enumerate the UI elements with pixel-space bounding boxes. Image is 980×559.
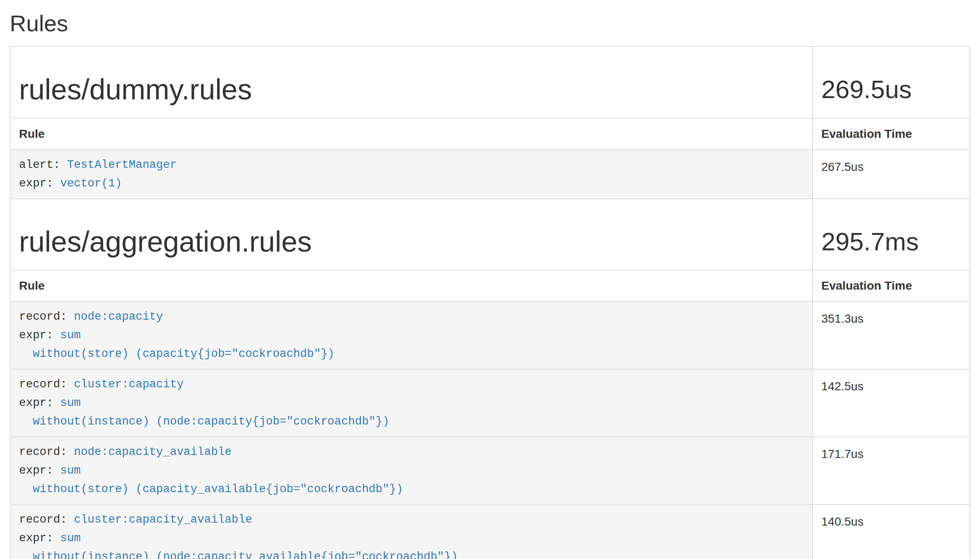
rule-row: record: cluster:capacity expr: sum witho…: [10, 369, 970, 437]
rule-cell: alert: TestAlertManager expr: vector(1): [10, 150, 812, 199]
rule-name-link[interactable]: node:capacity: [74, 310, 163, 323]
rule-eval-time: 267.5us: [812, 150, 970, 199]
rule-eval-time: 351.3us: [812, 301, 970, 369]
rule-keyword: alert:: [19, 159, 67, 171]
rule-cell: record: node:capacity_available expr: su…: [10, 437, 812, 504]
rule-expr-keyword: expr:: [19, 532, 60, 545]
rule-eval-time: 142.5us: [812, 369, 970, 437]
group-eval-total: 269.5us: [821, 76, 961, 104]
group-header-row: rules/dummy.rules 269.5us: [10, 47, 970, 118]
rule-name-link[interactable]: node:capacity_available: [74, 446, 232, 458]
rule-expr-keyword: expr:: [19, 397, 60, 409]
rule-expr-keyword: expr:: [19, 464, 60, 477]
rule-eval-time: 171.7us: [812, 437, 970, 504]
rule-expr-keyword: expr:: [19, 177, 60, 190]
rule-row: record: node:capacity expr: sum without(…: [10, 301, 970, 369]
rule-row: record: cluster:capacity_available expr:…: [10, 504, 970, 559]
rules-table: rules/dummy.rules 269.5us Rule Evaluatio…: [10, 46, 970, 559]
rule-eval-time: 140.5us: [812, 504, 970, 559]
group-file-cell: rules/aggregation.rules: [10, 199, 812, 270]
group-header-row: rules/aggregation.rules 295.7ms: [10, 199, 970, 270]
rule-expr-link[interactable]: sum without(store) (capacity{job="cockro…: [19, 329, 334, 360]
column-header-row: Rule Evaluation Time: [10, 118, 970, 150]
rule-keyword: record:: [19, 513, 74, 526]
rule-row: alert: TestAlertManager expr: vector(1) …: [10, 150, 970, 199]
group-eval-total: 295.7ms: [821, 228, 961, 256]
column-header-eval-time: Evaluation Time: [812, 118, 970, 150]
rule-keyword: record:: [19, 310, 74, 323]
page-title: Rules: [10, 11, 970, 36]
group-file-name: rules/dummy.rules: [19, 74, 804, 105]
group-eval-total-cell: 269.5us: [812, 47, 970, 118]
rule-name-link[interactable]: cluster:capacity_available: [74, 513, 252, 526]
rule-keyword: record:: [19, 446, 74, 458]
rule-cell: record: node:capacity expr: sum without(…: [10, 301, 812, 369]
rule-expr-link[interactable]: sum without(instance) (node:capacity_ava…: [19, 532, 458, 559]
rule-expr-link[interactable]: vector(1): [60, 177, 122, 190]
rule-expr-link[interactable]: sum without(store) (capacity_available{j…: [19, 464, 403, 496]
rule-cell: record: cluster:capacity_available expr:…: [10, 504, 812, 559]
column-header-eval-time: Evaluation Time: [812, 270, 970, 301]
rule-cell: record: cluster:capacity expr: sum witho…: [10, 369, 812, 437]
rule-keyword: record:: [19, 378, 74, 391]
group-eval-total-cell: 295.7ms: [812, 199, 970, 270]
group-file-name: rules/aggregation.rules: [19, 226, 804, 257]
rule-expr-keyword: expr:: [19, 329, 60, 342]
column-header-row: Rule Evaluation Time: [10, 270, 970, 301]
rule-expr-link[interactable]: sum without(instance) (node:capacity{job…: [19, 397, 389, 428]
rules-page: Rules rules/dummy.rules 269.5us Rule Eva…: [0, 11, 980, 559]
column-header-rule: Rule: [10, 270, 812, 301]
column-header-rule: Rule: [10, 118, 812, 150]
group-file-cell: rules/dummy.rules: [10, 47, 812, 118]
rule-name-link[interactable]: cluster:capacity: [74, 378, 184, 391]
rule-row: record: node:capacity_available expr: su…: [10, 437, 970, 504]
rule-name-link[interactable]: TestAlertManager: [67, 159, 176, 171]
